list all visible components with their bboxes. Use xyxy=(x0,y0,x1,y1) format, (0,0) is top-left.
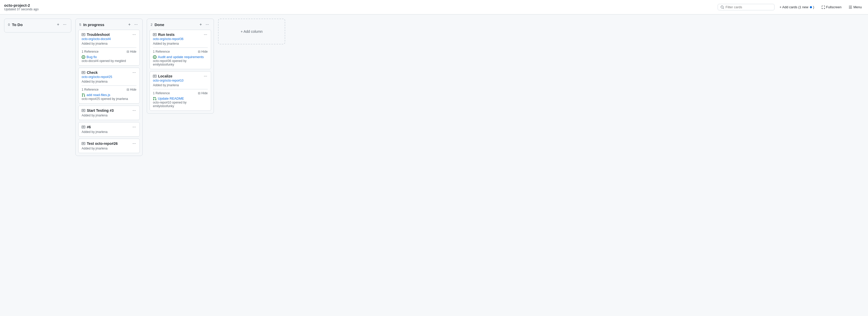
card-start-testing-menu[interactable]: ··· xyxy=(132,108,136,113)
card-localize-ref-count: 1 Reference xyxy=(153,91,170,95)
card-test-octo: Test octo-repo#26 ··· Added by jmarlena xyxy=(78,139,140,153)
todo-cards-list xyxy=(4,30,71,32)
done-count: 2 xyxy=(151,23,152,27)
card-check: Check ··· octo-org/octo-repo#25 Added by… xyxy=(78,68,140,103)
done-cards-list: Run tests ··· octo-org/octo-repo#36 Adde… xyxy=(147,30,214,113)
fullscreen-button[interactable]: Fullscreen xyxy=(819,4,844,10)
add-cards-button[interactable]: + Add cards (1 new) xyxy=(778,4,816,10)
inprogress-menu-button[interactable]: ··· xyxy=(133,22,139,27)
card-check-issue: add read-files.js octo-repo#25 opened by… xyxy=(82,93,136,101)
card-test-octo-added-by: Added by jmarlena xyxy=(82,147,136,150)
column-inprogress-header: 5 In progress + ··· xyxy=(76,19,142,30)
card-test-octo-menu[interactable]: ··· xyxy=(132,141,136,146)
card-troubleshoot-link[interactable]: octo-org/octo-docs#4 xyxy=(82,37,136,41)
card-note-icon xyxy=(82,125,85,129)
header: octo-project-2 Updated 37 seconds ago + … xyxy=(0,0,868,14)
todo-count: 0 xyxy=(8,23,10,27)
card-run-tests-issue-link[interactable]: Audit and update requirements xyxy=(153,55,208,59)
card-run-tests: Run tests ··· octo-org/octo-repo#36 Adde… xyxy=(150,30,211,69)
card-localize-issue-meta: octo-repo#10 opened by emilyistoofunky xyxy=(153,101,208,108)
card-run-tests-issue: Audit and update requirements octo-repo#… xyxy=(153,55,208,66)
card-note-icon xyxy=(153,33,157,36)
menu-button[interactable]: Menu xyxy=(846,4,864,10)
card-troubleshoot-menu[interactable]: ··· xyxy=(132,33,136,37)
new-badge xyxy=(810,6,812,8)
card-note-icon xyxy=(153,74,157,78)
card-localize-issue: Update README octo-repo#10 opened by emi… xyxy=(153,97,208,108)
inprogress-title: In progress xyxy=(83,23,104,27)
inprogress-cards-list: Troubleshoot ··· octo-org/octo-docs#4 Ad… xyxy=(76,30,142,156)
card-troubleshoot-issue: Bug fix octo-docs#4 opened by megbird xyxy=(82,55,136,63)
inprogress-add-button[interactable]: + xyxy=(127,22,131,27)
pr-open-icon xyxy=(153,97,157,100)
done-title: Done xyxy=(154,23,164,27)
card-troubleshoot-added-by: Added by jmarlena xyxy=(82,42,136,45)
card-check-issue-meta: octo-repo#25 opened by jmarlena xyxy=(82,97,136,101)
card-run-tests-issue-meta: octo-repo#36 opened by emilyistoofunky xyxy=(153,59,208,66)
fullscreen-icon xyxy=(822,5,825,9)
card-run-tests-link[interactable]: octo-org/octo-repo#36 xyxy=(153,37,208,41)
pr-open-icon xyxy=(82,93,85,97)
column-todo-header: 0 To Do + ··· xyxy=(4,19,71,30)
card-troubleshoot-title: Troubleshoot xyxy=(87,33,110,37)
column-done: 2 Done + ··· Run tests ··· octo-org/octo… xyxy=(147,19,214,114)
card-6: #6 ··· Added by jmarlena xyxy=(78,122,140,136)
card-note-icon xyxy=(82,109,85,112)
issue-open-icon xyxy=(82,55,85,59)
column-inprogress: 5 In progress + ··· Troubleshoot ··· oct… xyxy=(75,19,143,156)
card-start-testing: Start Testing #3 ··· Added by jmarlena xyxy=(78,105,140,120)
card-run-tests-hide[interactable]: ⊟ Hide xyxy=(198,50,208,54)
card-troubleshoot-hide[interactable]: ⊟ Hide xyxy=(127,50,136,54)
card-troubleshoot-ref-count: 1 Reference xyxy=(82,50,98,54)
card-note-icon xyxy=(82,71,85,74)
todo-add-button[interactable]: + xyxy=(56,22,60,27)
column-todo: 0 To Do + ··· xyxy=(4,19,71,33)
filter-cards-input[interactable] xyxy=(726,5,772,9)
done-add-button[interactable]: + xyxy=(198,22,203,27)
card-localize-hide[interactable]: ⊟ Hide xyxy=(198,91,208,95)
card-localize-title: Localize xyxy=(158,74,172,78)
card-localize-menu[interactable]: ··· xyxy=(203,74,208,78)
card-start-testing-title: Start Testing #3 xyxy=(87,108,114,113)
add-column-label: + Add column xyxy=(241,29,262,34)
card-check-link[interactable]: octo-org/octo-repo#25 xyxy=(82,75,136,79)
card-run-tests-menu[interactable]: ··· xyxy=(203,33,208,37)
card-run-tests-title: Run tests xyxy=(158,33,175,37)
card-check-menu[interactable]: ··· xyxy=(132,70,136,74)
menu-icon xyxy=(848,5,852,9)
card-check-issue-link[interactable]: add read-files.js xyxy=(82,93,136,97)
add-column-area[interactable]: + Add column xyxy=(218,19,285,44)
card-troubleshoot-issue-link[interactable]: Bug fix xyxy=(82,55,136,59)
card-6-title: #6 xyxy=(87,125,91,129)
column-done-header: 2 Done + ··· xyxy=(147,19,214,30)
card-test-octo-title: Test octo-repo#26 xyxy=(87,141,118,146)
done-menu-button[interactable]: ··· xyxy=(205,22,210,27)
project-title: octo-project-2 xyxy=(4,3,38,7)
todo-title: To Do xyxy=(12,23,23,27)
header-left: octo-project-2 Updated 37 seconds ago xyxy=(4,3,38,11)
search-icon xyxy=(720,5,724,9)
card-check-title: Check xyxy=(87,70,98,74)
card-run-tests-ref-count: 1 Reference xyxy=(153,50,170,54)
issue-open-icon xyxy=(153,55,157,59)
card-6-added-by: Added by jmarlena xyxy=(82,130,136,134)
project-updated: Updated 37 seconds ago xyxy=(4,7,38,11)
card-localize-issue-link[interactable]: Update README xyxy=(153,97,208,100)
card-note-icon xyxy=(82,142,85,145)
card-check-hide[interactable]: ⊟ Hide xyxy=(127,88,136,91)
card-localize-link[interactable]: octo-org/octo-repo#10 xyxy=(153,79,208,82)
inprogress-count: 5 xyxy=(79,23,81,27)
card-localize: Localize ··· octo-org/octo-repo#10 Added… xyxy=(150,71,211,111)
card-check-added-by: Added by jmarlena xyxy=(82,80,136,84)
card-localize-added-by: Added by jmarlena xyxy=(153,84,208,87)
board: 0 To Do + ··· 5 In progress + ··· xyxy=(0,14,868,316)
card-check-ref-count: 1 Reference xyxy=(82,88,98,91)
header-right: + Add cards (1 new) Fullscreen Menu xyxy=(718,4,864,10)
search-box[interactable] xyxy=(718,4,774,10)
card-6-menu[interactable]: ··· xyxy=(132,125,136,129)
card-start-testing-added-by: Added by jmarlena xyxy=(82,114,136,117)
card-run-tests-added-by: Added by jmarlena xyxy=(153,42,208,45)
card-troubleshoot: Troubleshoot ··· octo-org/octo-docs#4 Ad… xyxy=(78,30,140,66)
todo-menu-button[interactable]: ··· xyxy=(62,22,67,27)
card-note-icon xyxy=(82,33,85,36)
